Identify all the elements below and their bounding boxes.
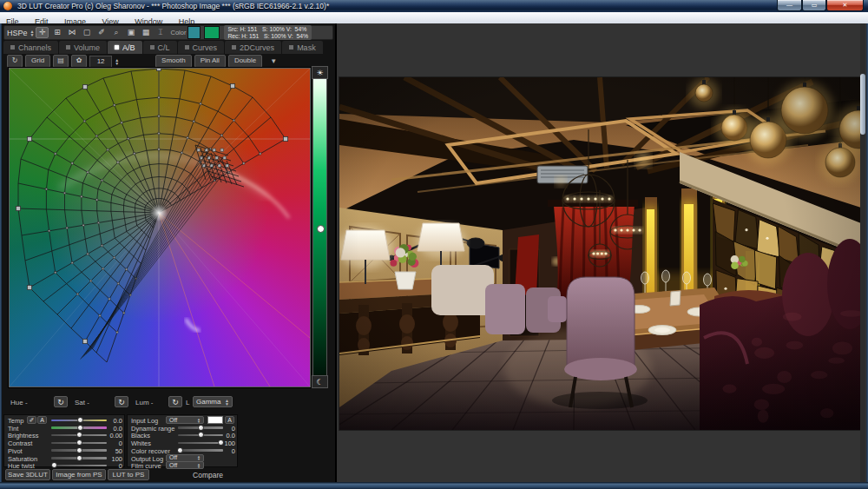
- tab-indicator: [289, 45, 293, 50]
- app-window: 3D LUT Creator Pro (c) Oleg Sharonov - *…: [0, 0, 868, 489]
- lut-to-ps-button[interactable]: LUT to PS: [108, 469, 149, 480]
- tab-ab[interactable]: A/B: [108, 41, 142, 54]
- window-frame-left: [0, 23, 2, 482]
- preview-scrollbar-thumb[interactable]: [860, 74, 865, 135]
- app-icon: [3, 2, 12, 10]
- tab-2dcurves[interactable]: 2DCurves: [225, 41, 281, 54]
- main-toolbar: HSPe ▲▼ ✛ ⊞ ⋈ ▢ ✐ ⌕ ▣ ▦ ⌶ Color Src: H: …: [3, 25, 333, 40]
- left-tool-panel: HSPe ▲▼ ✛ ⊞ ⋈ ▢ ✐ ⌕ ▣ ▦ ⌶ Color Src: H: …: [2, 23, 337, 482]
- moon-icon[interactable]: ☾: [312, 375, 328, 388]
- pin-all-button[interactable]: Pin All: [194, 55, 226, 68]
- color-picker-tool-icon[interactable]: ✐: [95, 27, 108, 38]
- grid-view-icon[interactable]: ▦: [139, 27, 152, 38]
- sat-label: Sat -: [75, 399, 89, 406]
- curve-mode-select[interactable]: Gamma ▲▼: [193, 396, 233, 407]
- grid-size-stepper[interactable]: ▲▼: [115, 58, 119, 65]
- tab-volume[interactable]: Volume: [59, 41, 107, 54]
- temp-auto-button[interactable]: A: [37, 416, 47, 424]
- ab-color-field[interactable]: [9, 68, 311, 387]
- film-curve-select[interactable]: Off ▲▼: [166, 461, 204, 469]
- lum-label: Lum -: [135, 399, 153, 406]
- tab-curves[interactable]: Curves: [178, 41, 225, 54]
- window-controls: — ▭ ✕: [777, 0, 864, 11]
- tab-cl[interactable]: C/L: [143, 41, 177, 54]
- chevron-down-icon[interactable]: ▼: [270, 57, 277, 65]
- input-log-color-swatch[interactable]: [207, 416, 223, 424]
- hue-label: Hue -: [10, 399, 28, 406]
- color-readout: Src: H: 151 S: 100% V: 54%Rec: H: 151 S:…: [224, 25, 312, 39]
- gear-icon[interactable]: ✿: [71, 55, 87, 68]
- luminance-knob[interactable]: [317, 225, 325, 233]
- adjust-row: Hue - ↻ Sat - ↻ Lum - ↻ L Gamma ▲▼: [2, 395, 337, 409]
- tab-mask[interactable]: Mask: [282, 41, 323, 54]
- compare-label[interactable]: Compare: [158, 471, 258, 479]
- sat-reset-button[interactable]: ↻: [115, 396, 128, 407]
- marquee-tool-icon[interactable]: ▢: [80, 27, 93, 38]
- sun-icon[interactable]: ☀: [312, 66, 328, 79]
- save-3dlut-button[interactable]: Save 3DLUT: [5, 469, 50, 480]
- double-button[interactable]: Double: [228, 55, 262, 68]
- image-preview[interactable]: [339, 77, 861, 430]
- curve-mode-stepper[interactable]: ▲▼: [225, 399, 229, 406]
- ibeam-tool-icon[interactable]: ⌶: [154, 27, 167, 38]
- hue-twist-slider[interactable]: [51, 465, 107, 467]
- maximize-button[interactable]: ▭: [802, 0, 826, 11]
- tab-indicator: [150, 45, 155, 50]
- tint-slider[interactable]: [51, 426, 107, 429]
- blacks-slider[interactable]: [178, 434, 223, 437]
- crop-tool-icon[interactable]: ▣: [124, 27, 137, 38]
- move-tool-icon[interactable]: ✛: [36, 27, 49, 38]
- l-label: L: [186, 399, 189, 406]
- mirror-tool-icon[interactable]: ⋈: [65, 27, 78, 38]
- menu-bar: File Edit Image View Window Help: [0, 12, 868, 24]
- saturation-slider[interactable]: [51, 457, 107, 459]
- close-button[interactable]: ✕: [826, 0, 864, 11]
- tab-indicator: [232, 45, 236, 50]
- tab-indicator: [66, 45, 70, 50]
- temp-slider[interactable]: [51, 420, 107, 422]
- color-recover-slider[interactable]: [178, 449, 223, 452]
- transform-tool-icon[interactable]: ⊞: [50, 27, 63, 38]
- input-log-select[interactable]: Off ▲▼: [166, 416, 204, 424]
- title-bar: 3D LUT Creator Pro (c) Oleg Sharonov - *…: [0, 0, 868, 13]
- grid-controls: ↻ Grid ▤ ✿ 12 ▲▼ Smooth Pin All Double ▼: [3, 55, 333, 68]
- grid-button[interactable]: Grid: [25, 55, 50, 68]
- whites-slider[interactable]: [178, 442, 223, 445]
- hue-reset-button[interactable]: ↻: [54, 396, 68, 407]
- tab-indicator: [10, 45, 15, 50]
- brightness-slider[interactable]: [51, 434, 107, 437]
- panel-tabs: Channels Volume A/B C/L Curves 2DCurves …: [3, 41, 333, 54]
- color-label[interactable]: Color: [170, 29, 186, 36]
- grid-size-value: 12: [89, 56, 112, 68]
- minimize-button[interactable]: —: [777, 0, 802, 11]
- mode-stepper[interactable]: ▲▼: [30, 30, 35, 36]
- dynamic-range-slider[interactable]: [178, 426, 223, 429]
- log-sliders-panel: Input Log Off ▲▼ A Dynamic range 0 Black…: [127, 414, 238, 467]
- restaurant-photo: [339, 77, 861, 430]
- layers-icon[interactable]: ▤: [53, 55, 69, 68]
- contrast-slider[interactable]: [51, 442, 107, 445]
- window-frame-bottom: [0, 482, 868, 489]
- input-log-auto-button[interactable]: A: [225, 416, 234, 424]
- temp-dropper-icon[interactable]: ✐: [27, 416, 36, 424]
- tab-indicator: [115, 45, 119, 50]
- footer-bar: Save 3DLUT Image from PS LUT to PS Compa…: [2, 469, 337, 481]
- preview-area: [337, 23, 866, 482]
- mode-select[interactable]: HSPe: [7, 29, 29, 37]
- smooth-button[interactable]: Smooth: [155, 55, 192, 68]
- color-mesh: [10, 69, 310, 387]
- zoom-tool-icon[interactable]: ⌕: [109, 27, 122, 38]
- window-title: 3D LUT Creator Pro (c) Oleg Sharonov - *…: [17, 2, 329, 10]
- lum-reset-button[interactable]: ↻: [168, 396, 182, 407]
- image-from-ps-button[interactable]: Image from PS: [52, 469, 106, 480]
- pivot-slider[interactable]: [51, 449, 107, 452]
- tab-channels[interactable]: Channels: [3, 41, 58, 54]
- basic-sliders-panel: Temp ✐ A 0.0 Tint 0.0 Brightness 0.00 Co…: [3, 414, 125, 467]
- tab-indicator: [185, 45, 189, 50]
- source-color-swatch[interactable]: [187, 26, 201, 39]
- recolor-swatch[interactable]: [204, 26, 220, 39]
- reset-grid-icon[interactable]: ↻: [7, 55, 23, 68]
